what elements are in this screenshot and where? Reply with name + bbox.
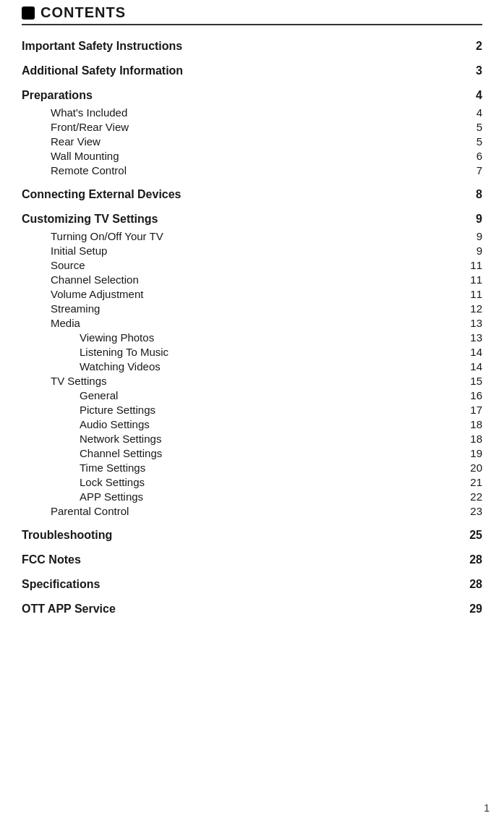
page-number: 1 bbox=[484, 802, 490, 814]
entry-page: 6 bbox=[461, 150, 482, 162]
toc-entry-7: Remote Control 7 bbox=[22, 164, 482, 176]
toc-entry-1: Additional Safety Information 3 bbox=[22, 64, 482, 77]
entry-label: Channel Settings bbox=[80, 447, 461, 459]
entry-label: Initial Setup bbox=[51, 244, 461, 257]
toc-entry-8: Connecting External Devices 8 bbox=[22, 188, 482, 201]
entry-page: 29 bbox=[461, 603, 482, 616]
toc-entry-15: Streaming 12 bbox=[22, 302, 482, 315]
toc-entry-26: Time Settings 20 bbox=[22, 461, 482, 474]
entry-label: Lock Settings bbox=[80, 476, 461, 488]
entry-label: Media bbox=[51, 317, 461, 329]
entry-label: TV Settings bbox=[51, 375, 461, 387]
entry-page: 19 bbox=[461, 447, 482, 459]
entry-page: 13 bbox=[461, 317, 482, 329]
entry-page: 14 bbox=[461, 360, 482, 373]
toc-entry-27: Lock Settings 21 bbox=[22, 476, 482, 488]
entry-label: Streaming bbox=[51, 302, 461, 315]
entry-page: 15 bbox=[461, 375, 482, 387]
entry-page: 17 bbox=[461, 404, 482, 416]
entry-page: 22 bbox=[461, 490, 482, 503]
entry-page: 11 bbox=[461, 288, 482, 300]
toc-entry-19: Watching Videos 14 bbox=[22, 360, 482, 373]
toc-entry-14: Volume Adjustment 11 bbox=[22, 288, 482, 300]
entry-label: Picture Settings bbox=[80, 404, 461, 416]
entry-page: 9 bbox=[461, 230, 482, 242]
entry-page: 4 bbox=[461, 89, 482, 102]
entry-page: 18 bbox=[461, 433, 482, 445]
toc-entry-31: FCC Notes 28 bbox=[22, 553, 482, 566]
toc-entry-24: Network Settings 18 bbox=[22, 433, 482, 445]
page-container: CONTENTS Important Safety Instructions 2… bbox=[0, 0, 504, 821]
entry-label: General bbox=[80, 389, 461, 401]
entry-label: FCC Notes bbox=[22, 553, 461, 566]
entry-label: Audio Settings bbox=[80, 418, 461, 430]
toc-entry-29: Parental Control 23 bbox=[22, 505, 482, 517]
entry-label: Turning On/Off Your TV bbox=[51, 230, 461, 242]
entry-page: 5 bbox=[461, 135, 482, 148]
entry-page: 9 bbox=[461, 213, 482, 226]
entry-page: 8 bbox=[461, 188, 482, 201]
toc-list: Important Safety Instructions 2 Addition… bbox=[22, 40, 482, 616]
toc-entry-9: Customizing TV Settings 9 bbox=[22, 213, 482, 226]
toc-entry-11: Initial Setup 9 bbox=[22, 244, 482, 257]
entry-page: 20 bbox=[461, 461, 482, 474]
entry-label: Preparations bbox=[22, 89, 461, 102]
toc-entry-10: Turning On/Off Your TV 9 bbox=[22, 230, 482, 242]
toc-entry-5: Rear View 5 bbox=[22, 135, 482, 148]
entry-page: 28 bbox=[461, 553, 482, 566]
entry-label: Customizing TV Settings bbox=[22, 213, 461, 226]
entry-page: 18 bbox=[461, 418, 482, 430]
book-icon bbox=[22, 7, 35, 20]
entry-label: Watching Videos bbox=[80, 360, 461, 373]
entry-label: Source bbox=[51, 259, 461, 271]
toc-entry-18: Listening To Music 14 bbox=[22, 346, 482, 358]
toc-entry-12: Source 11 bbox=[22, 259, 482, 271]
entry-label: Connecting External Devices bbox=[22, 188, 461, 201]
entry-page: 21 bbox=[461, 476, 482, 488]
entry-label: Troubleshooting bbox=[22, 529, 461, 542]
entry-label: APP Settings bbox=[80, 490, 461, 503]
toc-entry-6: Wall Mounting 6 bbox=[22, 150, 482, 162]
toc-entry-3: What's Included 4 bbox=[22, 106, 482, 119]
entry-page: 25 bbox=[461, 529, 482, 542]
entry-page: 11 bbox=[461, 273, 482, 286]
toc-entry-21: General 16 bbox=[22, 389, 482, 401]
toc-entry-17: Viewing Photos 13 bbox=[22, 331, 482, 344]
entry-label: Front/Rear View bbox=[51, 121, 461, 133]
header: CONTENTS bbox=[22, 0, 482, 25]
entry-page: 7 bbox=[461, 164, 482, 176]
toc-entry-0: Important Safety Instructions 2 bbox=[22, 40, 482, 53]
entry-label: What's Included bbox=[51, 106, 461, 119]
entry-page: 2 bbox=[461, 40, 482, 53]
toc-entry-33: OTT APP Service 29 bbox=[22, 603, 482, 616]
entry-label: Volume Adjustment bbox=[51, 288, 461, 300]
toc-entry-13: Channel Selection 11 bbox=[22, 273, 482, 286]
entry-page: 12 bbox=[461, 302, 482, 315]
entry-label: Additional Safety Information bbox=[22, 64, 461, 77]
entry-page: 13 bbox=[461, 331, 482, 344]
toc-entry-16: Media 13 bbox=[22, 317, 482, 329]
entry-label: Network Settings bbox=[80, 433, 461, 445]
entry-label: OTT APP Service bbox=[22, 603, 461, 616]
entry-page: 28 bbox=[461, 578, 482, 591]
entry-label: Listening To Music bbox=[80, 346, 461, 358]
toc-entry-22: Picture Settings 17 bbox=[22, 404, 482, 416]
entry-page: 23 bbox=[461, 505, 482, 517]
entry-page: 14 bbox=[461, 346, 482, 358]
contents-title: CONTENTS bbox=[40, 4, 126, 21]
entry-label: Time Settings bbox=[80, 461, 461, 474]
entry-label: Remote Control bbox=[51, 164, 461, 176]
entry-label: Specifications bbox=[22, 578, 461, 591]
toc-entry-25: Channel Settings 19 bbox=[22, 447, 482, 459]
toc-entry-4: Front/Rear View 5 bbox=[22, 121, 482, 133]
entry-label: Rear View bbox=[51, 135, 461, 148]
entry-label: Parental Control bbox=[51, 505, 461, 517]
entry-page: 16 bbox=[461, 389, 482, 401]
toc-entry-2: Preparations 4 bbox=[22, 89, 482, 102]
entry-page: 9 bbox=[461, 244, 482, 257]
toc-entry-20: TV Settings 15 bbox=[22, 375, 482, 387]
toc-entry-28: APP Settings 22 bbox=[22, 490, 482, 503]
entry-page: 11 bbox=[461, 259, 482, 271]
entry-page: 5 bbox=[461, 121, 482, 133]
entry-label: Important Safety Instructions bbox=[22, 40, 461, 53]
